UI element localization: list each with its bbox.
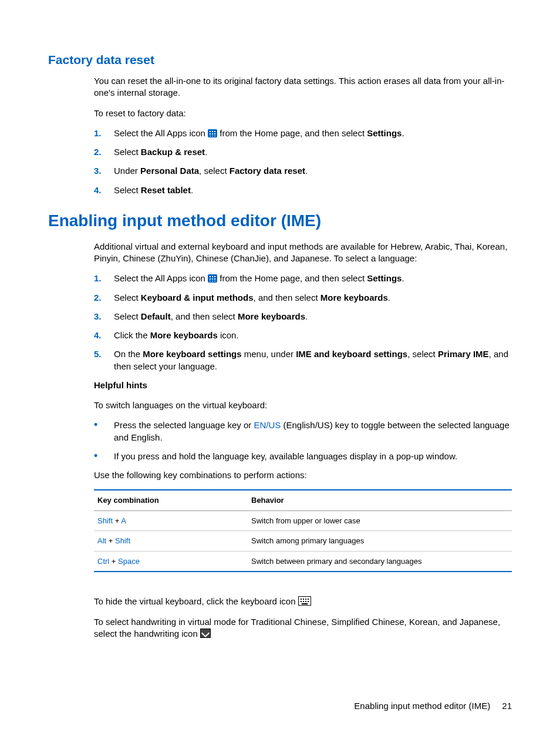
step-number: 4. [94, 184, 114, 196]
page-number: 21 [502, 701, 512, 711]
table-row: Ctrl + Space Switch between primary and … [94, 551, 512, 572]
ime-intro: Additional virtual and external keyboard… [94, 241, 512, 265]
step-1: 1. Select the All Apps icon from the Hom… [94, 127, 512, 139]
factory-lead: To reset to factory data: [94, 107, 512, 119]
step-3: 3. Under Personal Data, select Factory d… [94, 165, 512, 177]
step-number: 5. [94, 348, 114, 372]
factory-reset-body: You can reset the all-in-one to its orig… [94, 75, 512, 196]
handwriting-icon [200, 629, 211, 638]
hints-intro: To switch languages on the virtual keybo… [94, 399, 512, 411]
cell-behavior: Switch among primary languages [248, 531, 512, 552]
step-text: Select Keyboard & input methods, and the… [114, 292, 512, 304]
step-text: Under Personal Data, select Factory data… [114, 165, 512, 177]
table-header-row: Key combination Behavior [94, 490, 512, 510]
page-footer: Enabling input method editor (IME) 21 [354, 701, 512, 711]
handwriting-text: To select handwriting in virtual mode fo… [94, 616, 512, 640]
step-number: 2. [94, 292, 114, 304]
bullet-2: • If you press and hold the language key… [94, 451, 512, 462]
all-apps-icon [208, 129, 217, 137]
step-5: 5. On the More keyboard settings menu, u… [94, 348, 512, 372]
ime-steps: 1. Select the All Apps icon from the Hom… [94, 273, 512, 372]
step-number: 4. [94, 330, 114, 341]
step-text: Select the All Apps icon from the Home p… [114, 127, 512, 139]
cell-key: Ctrl + Space [94, 551, 248, 572]
cell-key: Alt + Shift [94, 531, 248, 552]
key-combination-table: Key combination Behavior Shift + A Switc… [94, 489, 512, 572]
heading-ime: Enabling input method editor (IME) [48, 211, 512, 230]
enus-key: EN/US [254, 420, 281, 430]
step-number: 2. [94, 146, 114, 158]
step-2: 2. Select Keyboard & input methods, and … [94, 292, 512, 304]
keyboard-icon [298, 596, 311, 606]
step-number: 3. [94, 311, 114, 322]
step-2: 2. Select Backup & reset. [94, 146, 512, 158]
bullet-text: If you press and hold the language key, … [114, 451, 512, 462]
table-row: Alt + Shift Switch among primary languag… [94, 531, 512, 552]
cell-key: Shift + A [94, 510, 248, 531]
cell-behavior: Switch between primary and secondary lan… [248, 551, 512, 572]
document-page: Factory data reset You can reset the all… [0, 0, 560, 746]
step-text: Select Backup & reset. [114, 146, 512, 158]
bullet-text: Press the selected language key or EN/US… [114, 419, 512, 443]
all-apps-icon [208, 274, 217, 283]
table-intro: Use the following key combinations to pe… [94, 469, 512, 481]
step-4: 4. Click the More keyboards icon. [94, 330, 512, 341]
step-text: Select Reset tablet. [114, 184, 512, 196]
step-text: Select Default, and then select More key… [114, 311, 512, 322]
heading-factory-reset: Factory data reset [48, 53, 512, 67]
bullet-icon: • [94, 419, 114, 443]
step-number: 1. [94, 273, 114, 284]
step-4: 4. Select Reset tablet. [94, 184, 512, 196]
factory-intro: You can reset the all-in-one to its orig… [94, 75, 512, 99]
footer-title: Enabling input method editor (IME) [354, 701, 490, 711]
factory-steps: 1. Select the All Apps icon from the Hom… [94, 127, 512, 196]
col-key-combination: Key combination [94, 490, 248, 510]
hints-heading: Helpful hints [94, 379, 512, 391]
cell-behavior: Switch from upper or lower case [248, 510, 512, 531]
step-1: 1. Select the All Apps icon from the Hom… [94, 273, 512, 284]
hints-bullets: • Press the selected language key or EN/… [94, 419, 512, 462]
ime-body: Additional virtual and external keyboard… [94, 241, 512, 640]
step-number: 1. [94, 127, 114, 139]
step-number: 3. [94, 165, 114, 177]
step-text: Select the All Apps icon from the Home p… [114, 273, 512, 284]
step-text: On the More keyboard settings menu, unde… [114, 348, 512, 372]
hide-keyboard-text: To hide the virtual keyboard, click the … [94, 596, 512, 607]
bullet-icon: • [94, 451, 114, 462]
step-text: Click the More keyboards icon. [114, 330, 512, 341]
col-behavior: Behavior [248, 490, 512, 510]
table-row: Shift + A Switch from upper or lower cas… [94, 510, 512, 531]
bullet-1: • Press the selected language key or EN/… [94, 419, 512, 443]
step-3: 3. Select Default, and then select More … [94, 311, 512, 322]
